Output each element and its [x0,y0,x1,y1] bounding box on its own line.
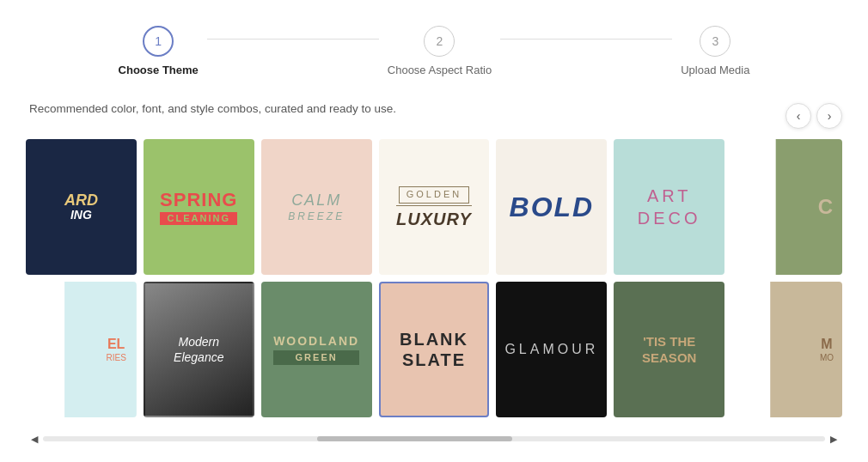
step-1-circle: 1 [143,26,174,57]
theme-card-glamour[interactable]: GLAMOUR [496,282,607,417]
scrollbar-thumb [317,436,513,441]
step-connector-1 [207,39,379,40]
step-2-label: Choose Aspect Ratio [388,64,492,76]
step-1-label: Choose Theme [119,64,199,76]
step-2[interactable]: 2 Choose Aspect Ratio [388,26,492,76]
step-3-circle: 3 [700,26,730,57]
theme-card-tis-season[interactable]: 'TIS THE SEASON [614,282,724,417]
step-3[interactable]: 3 Upload Media [681,26,749,76]
theme-card-calm[interactable]: CALM BREEZE [261,139,372,275]
step-2-circle: 2 [424,26,455,57]
scrollbar-track[interactable] [43,436,825,441]
subtitle-text: Recommended color, font, and style combo… [26,102,396,115]
theme-card-woodland[interactable]: WOODLAND GREEN [261,282,372,417]
theme-card-partial-m[interactable]: M MO [731,282,842,417]
theme-card-art-deco[interactable]: ART DECO [614,139,724,275]
scroll-right-arrow[interactable]: ▶ [825,433,842,445]
theme-card-bold[interactable]: BOLD [496,139,607,275]
themes-wrapper: ARD ING SPRING CLEANING CALM BREEZE [26,139,842,426]
theme-card-el[interactable]: EL RIES [26,282,137,417]
theme-card-golden[interactable]: GOLDEN LUXURY [379,139,490,275]
themes-grid: ARD ING SPRING CLEANING CALM BREEZE [26,139,842,417]
main-container: 1 Choose Theme 2 Choose Aspect Ratio 3 U… [0,0,868,462]
prev-nav-button[interactable]: ‹ [785,103,811,129]
next-nav-button[interactable]: › [816,103,842,129]
theme-card-blank-slate[interactable]: BLANK SLATE [379,282,490,417]
step-connector-2 [500,39,672,40]
scrollbar: ◀ ▶ [26,433,842,445]
theme-card-partial-c[interactable]: C [731,139,842,275]
theme-card-modern-elegance[interactable]: Modern Elegance [144,282,254,417]
theme-card-spring[interactable]: SPRING CLEANING [144,139,254,275]
step-1[interactable]: 1 Choose Theme [119,26,199,76]
theme-card-ard[interactable]: ARD ING [26,139,137,275]
scroll-left-arrow[interactable]: ◀ [26,433,43,445]
stepper: 1 Choose Theme 2 Choose Aspect Ratio 3 U… [26,17,842,76]
step-3-label: Upload Media [681,64,749,76]
